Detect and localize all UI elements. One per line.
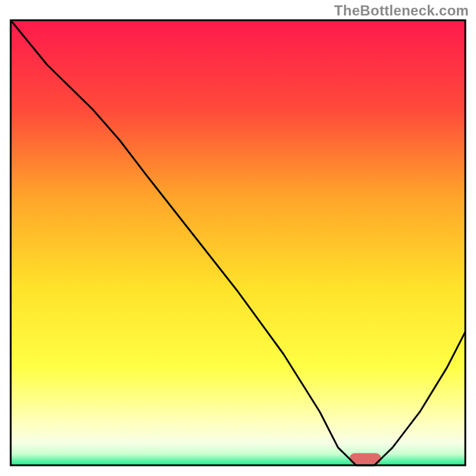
chart-container: TheBottleneck.com (0, 0, 476, 476)
bottleneck-chart (0, 0, 476, 476)
chart-background-gradient (11, 20, 465, 465)
watermark-label: TheBottleneck.com (334, 2, 469, 19)
